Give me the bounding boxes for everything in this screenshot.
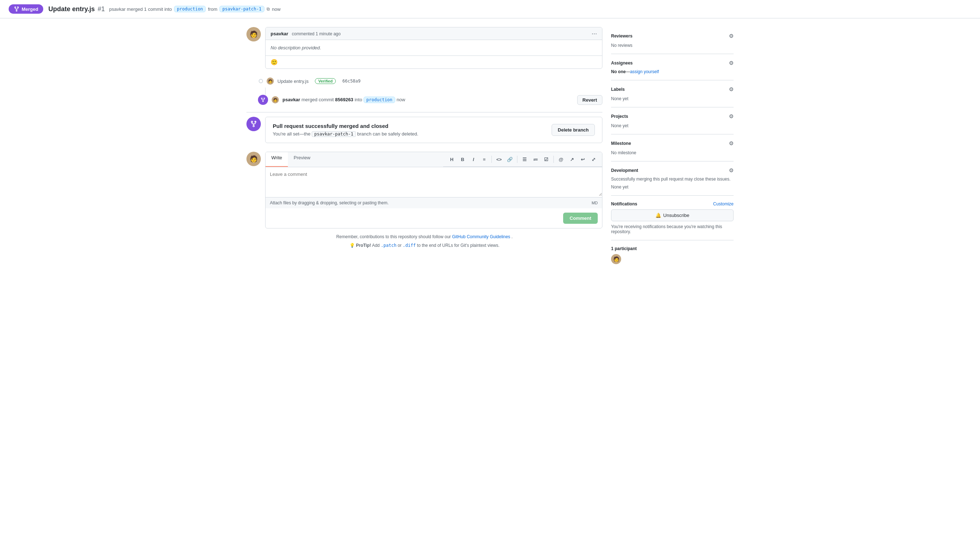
merged-actor: psavkar bbox=[283, 97, 300, 102]
editor-box: Write Preview H B I ≡ <> 🔗 bbox=[265, 152, 602, 228]
comment-more-btn[interactable]: ··· bbox=[592, 30, 597, 37]
dash-text: — bbox=[626, 69, 630, 74]
comment-header: psavkar commented 1 minute ago ··· bbox=[266, 27, 602, 40]
merged-event-text: psavkar merged commit 8569263 into produ… bbox=[283, 97, 405, 103]
merged-time: now bbox=[397, 97, 405, 102]
customize-link[interactable]: Customize bbox=[713, 202, 734, 207]
projects-gear-icon[interactable]: ⚙ bbox=[729, 113, 734, 120]
toolbar-code[interactable]: <> bbox=[494, 154, 504, 164]
merged-event-icon bbox=[258, 95, 268, 105]
assignees-gear-icon[interactable]: ⚙ bbox=[729, 60, 734, 66]
toolbar-strikethrough[interactable]: ≡ bbox=[479, 154, 489, 164]
editor-footer: Attach files by dragging & dropping, sel… bbox=[266, 197, 602, 208]
toolbar-italic[interactable]: I bbox=[468, 154, 479, 164]
patch-link[interactable]: .patch bbox=[381, 243, 396, 248]
or-text: or bbox=[398, 243, 403, 248]
page-wrapper: Merged Update entry.js #1 psavkar merged… bbox=[0, 0, 980, 560]
toolbar-ul[interactable]: ☰ bbox=[519, 154, 530, 164]
delete-branch-button[interactable]: Delete branch bbox=[552, 124, 595, 136]
milestone-title: Milestone bbox=[611, 141, 631, 146]
labels-section: Labels ⚙ None yet bbox=[611, 80, 734, 107]
merged-badge: Merged bbox=[8, 4, 43, 14]
reviewers-value: No reviews bbox=[611, 43, 632, 48]
comment-body: No description provided. bbox=[266, 40, 602, 55]
toolbar-bold[interactable]: B bbox=[458, 154, 468, 164]
meta-text: psavkar merged 1 commit into bbox=[109, 7, 172, 12]
labels-gear-icon[interactable]: ⚙ bbox=[729, 86, 734, 93]
success-icon-circle bbox=[246, 117, 261, 131]
reviewers-section: Reviewers ⚙ No reviews bbox=[611, 27, 734, 54]
comment-author-line: psavkar commented 1 minute ago bbox=[271, 31, 341, 37]
guidelines-link[interactable]: GitHub Community Guidelines bbox=[452, 234, 510, 239]
unsubscribe-button[interactable]: 🔔 Unsubscribe bbox=[611, 209, 734, 221]
sidebar: Reviewers ⚙ No reviews Assignees ⚙ No on… bbox=[611, 27, 734, 264]
projects-header: Projects ⚙ bbox=[611, 113, 734, 120]
development-title: Development bbox=[611, 168, 638, 173]
labels-value: None yet bbox=[611, 96, 628, 101]
commit-author-avatar: 🧑 bbox=[266, 77, 274, 85]
assign-yourself-link[interactable]: assign yourself bbox=[630, 69, 659, 74]
commenter-avatar: 🧑 bbox=[246, 27, 261, 42]
toolbar-undo[interactable]: ↩ bbox=[577, 154, 587, 164]
comment-submit-button[interactable]: Comment bbox=[563, 213, 598, 224]
toolbar-sep-1 bbox=[491, 156, 492, 163]
copy-icon[interactable]: ⧉ bbox=[266, 7, 270, 12]
main-layout: 🧑 psavkar commented 1 minute ago ··· No … bbox=[238, 18, 742, 273]
reviewers-title: Reviewers bbox=[611, 33, 632, 38]
assignees-title: Assignees bbox=[611, 60, 633, 66]
bell-icon: 🔔 bbox=[656, 213, 661, 218]
guidelines-text: Remember, contributions to this reposito… bbox=[336, 234, 451, 239]
toolbar-heading[interactable]: H bbox=[447, 154, 457, 164]
labels-title: Labels bbox=[611, 87, 625, 92]
source-branch[interactable]: psavkar-patch-1 bbox=[220, 6, 264, 12]
merged-event-line: 🧑 psavkar merged commit 8569263 into pro… bbox=[258, 95, 602, 105]
comment-wrapper: 🧑 psavkar commented 1 minute ago ··· No … bbox=[246, 27, 602, 69]
merged-actor-avatar: 🧑 bbox=[272, 96, 279, 103]
protip-label: ProTip! bbox=[356, 243, 371, 248]
toolbar-mention[interactable]: @ bbox=[556, 154, 566, 164]
desc-suffix: branch can be safely deleted. bbox=[357, 131, 418, 137]
merged-branch[interactable]: production bbox=[364, 97, 395, 103]
development-desc: Successfully merging this pull request m… bbox=[611, 177, 734, 182]
merged-action: merged commit bbox=[301, 97, 335, 102]
emoji-reaction-area: 🙂 bbox=[266, 55, 602, 68]
success-box-content: Pull request successfully merged and clo… bbox=[273, 123, 418, 137]
git-merge-icon bbox=[261, 97, 266, 102]
toolbar-task[interactable]: ☑ bbox=[541, 154, 551, 164]
toolbar-ref[interactable]: ↗ bbox=[567, 154, 577, 164]
comment-author[interactable]: psavkar bbox=[271, 31, 288, 37]
merged-commit-id: 8569263 bbox=[335, 97, 353, 102]
development-gear-icon[interactable]: ⚙ bbox=[729, 167, 734, 174]
participants-title: 1 participant bbox=[611, 246, 734, 251]
revert-button[interactable]: Revert bbox=[577, 95, 602, 105]
labels-header: Labels ⚙ bbox=[611, 86, 734, 93]
diff-link[interactable]: .diff bbox=[403, 243, 416, 248]
target-branch[interactable]: production bbox=[174, 6, 206, 12]
development-value: None yet bbox=[611, 185, 628, 190]
assignees-section: Assignees ⚙ No one—assign yourself bbox=[611, 54, 734, 80]
milestone-section: Milestone ⚙ No milestone bbox=[611, 134, 734, 162]
toolbar-link[interactable]: 🔗 bbox=[505, 154, 515, 164]
toolbar-fullscreen[interactable]: ⤢ bbox=[588, 154, 599, 164]
tab-write[interactable]: Write bbox=[266, 152, 288, 167]
protip-text: Add bbox=[372, 243, 381, 248]
comment-textarea[interactable] bbox=[266, 167, 602, 196]
connector-line bbox=[265, 88, 266, 95]
editor-wrapper: 🧑 Write Preview H B I ≡ <> bbox=[246, 152, 602, 228]
pr-number: #1 bbox=[98, 5, 105, 13]
section-divider bbox=[246, 112, 602, 112]
commit-dot bbox=[259, 79, 263, 83]
pr-title: Update entry.js bbox=[48, 5, 95, 13]
reviewers-header: Reviewers ⚙ bbox=[611, 33, 734, 39]
projects-title: Projects bbox=[611, 114, 628, 119]
desc-prefix: You're all set—the bbox=[273, 131, 311, 137]
editor-tabs: Write Preview H B I ≡ <> 🔗 bbox=[266, 152, 602, 167]
reviewers-gear-icon[interactable]: ⚙ bbox=[729, 33, 734, 39]
milestone-gear-icon[interactable]: ⚙ bbox=[729, 140, 734, 147]
success-wrapper: Pull request successfully merged and clo… bbox=[246, 117, 602, 143]
tab-preview[interactable]: Preview bbox=[288, 152, 316, 167]
toolbar-ol[interactable]: ≔ bbox=[530, 154, 541, 164]
emoji-icon[interactable]: 🙂 bbox=[271, 59, 278, 65]
markdown-icon: MD bbox=[592, 201, 598, 205]
commit-row: 🧑 Update entry.js Verified 66c58a9 bbox=[254, 75, 602, 88]
